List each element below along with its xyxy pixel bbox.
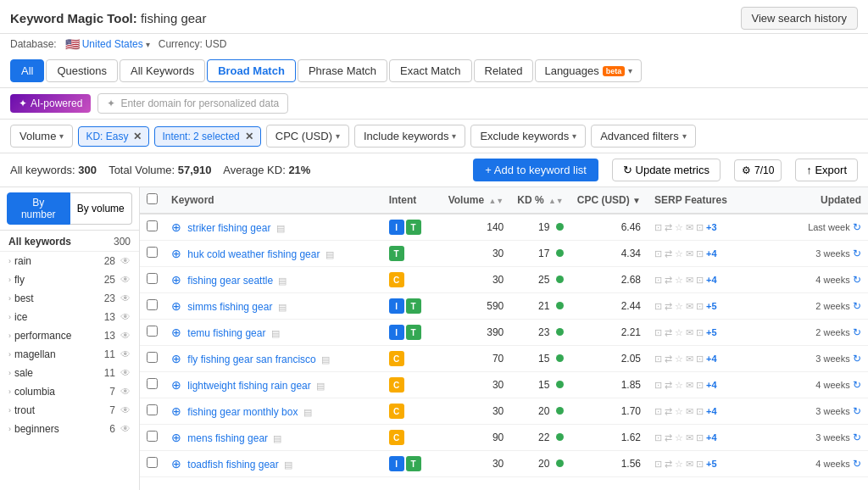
add-keyword-icon[interactable]: ⊕ bbox=[171, 326, 181, 339]
view-history-button[interactable]: View search history bbox=[741, 7, 858, 30]
row-checkbox-cell[interactable] bbox=[140, 398, 164, 425]
keyword-link[interactable]: fly fishing gear san francisco bbox=[187, 354, 315, 365]
eye-icon[interactable]: 👁 bbox=[120, 423, 131, 435]
eye-icon[interactable]: 👁 bbox=[120, 348, 131, 360]
volume-column-header[interactable]: Volume ▲▼ bbox=[442, 187, 511, 214]
keyword-link[interactable]: simms fishing gear bbox=[187, 301, 272, 313]
add-keyword-icon[interactable]: ⊕ bbox=[171, 220, 181, 234]
kd-filter-close[interactable]: ✕ bbox=[133, 131, 142, 142]
row-checkbox-cell[interactable] bbox=[140, 267, 164, 293]
keyword-link[interactable]: huk cold weather fishing gear bbox=[187, 248, 320, 260]
ai-powered-button[interactable]: ✦ AI-powered bbox=[10, 94, 91, 113]
refresh-icon[interactable]: ↻ bbox=[853, 248, 861, 259]
sidebar-item[interactable]: › ice 13 👁 bbox=[0, 308, 139, 326]
update-metrics-button[interactable]: ↻ Update metrics bbox=[612, 159, 721, 181]
refresh-icon[interactable]: ↻ bbox=[853, 221, 861, 233]
sidebar-item[interactable]: › trout 7 👁 bbox=[0, 401, 139, 420]
row-checkbox[interactable] bbox=[147, 273, 158, 284]
add-keyword-icon[interactable]: ⊕ bbox=[171, 352, 181, 365]
row-checkbox[interactable] bbox=[147, 404, 158, 415]
keyword-link[interactable]: fishing gear monthly box bbox=[187, 406, 298, 418]
exclude-keywords-filter[interactable]: Exclude keywords ▾ bbox=[470, 125, 586, 148]
sidebar-item[interactable]: › rain 28 👁 bbox=[0, 252, 139, 270]
eye-icon[interactable]: 👁 bbox=[120, 367, 131, 379]
sidebar-item[interactable]: › fly 25 👁 bbox=[0, 270, 139, 289]
row-checkbox[interactable] bbox=[147, 247, 158, 258]
refresh-icon[interactable]: ↻ bbox=[853, 300, 861, 312]
select-all-checkbox[interactable] bbox=[147, 193, 158, 204]
keyword-link[interactable]: mens fishing gear bbox=[187, 432, 268, 444]
add-to-keyword-list-button[interactable]: + Add to keyword list bbox=[473, 159, 598, 181]
keyword-link[interactable]: lightweight fishing rain gear bbox=[187, 380, 310, 392]
languages-dropdown[interactable]: Languages beta ▾ bbox=[535, 59, 642, 82]
intent-filter-close[interactable]: ✕ bbox=[245, 131, 253, 142]
row-checkbox-cell[interactable] bbox=[140, 451, 164, 477]
by-number-button[interactable]: By number bbox=[7, 192, 70, 225]
volume-filter[interactable]: Volume ▾ bbox=[10, 125, 73, 148]
eye-icon[interactable]: 👁 bbox=[120, 311, 131, 323]
sidebar-item[interactable]: › columbia 7 👁 bbox=[0, 382, 139, 401]
domain-input[interactable]: ✦ Enter domain for personalized data bbox=[97, 93, 288, 114]
keyword-link[interactable]: toadfish fishing gear bbox=[187, 459, 278, 471]
keyword-link[interactable]: fishing gear seattle bbox=[187, 275, 273, 287]
refresh-icon[interactable]: ↻ bbox=[853, 326, 861, 338]
sidebar-item[interactable]: › performance 13 👁 bbox=[0, 326, 139, 345]
tab-broad-match[interactable]: Broad Match bbox=[207, 59, 296, 82]
row-checkbox-cell[interactable] bbox=[140, 346, 164, 372]
add-keyword-icon[interactable]: ⊕ bbox=[171, 247, 181, 260]
sidebar-item[interactable]: › magellan 11 👁 bbox=[0, 345, 139, 364]
refresh-icon[interactable]: ↻ bbox=[853, 405, 861, 417]
refresh-icon[interactable]: ↻ bbox=[853, 353, 861, 365]
row-checkbox[interactable] bbox=[147, 220, 158, 231]
tab-phrase-match[interactable]: Phrase Match bbox=[298, 59, 387, 82]
add-keyword-icon[interactable]: ⊕ bbox=[171, 457, 181, 471]
keyword-link[interactable]: striker fishing gear bbox=[187, 222, 270, 234]
row-checkbox[interactable] bbox=[147, 352, 158, 363]
kd-filter-tag[interactable]: KD: Easy ✕ bbox=[78, 126, 149, 147]
row-checkbox[interactable] bbox=[147, 378, 158, 389]
sidebar-item[interactable]: › sale 11 👁 bbox=[0, 364, 139, 382]
tab-exact-match[interactable]: Exact Match bbox=[389, 59, 472, 82]
row-checkbox-cell[interactable] bbox=[140, 293, 164, 320]
keyword-link[interactable]: temu fishing gear bbox=[187, 327, 265, 339]
eye-icon[interactable]: 👁 bbox=[120, 386, 131, 398]
tab-all[interactable]: All bbox=[10, 59, 44, 82]
refresh-icon[interactable]: ↻ bbox=[853, 458, 861, 470]
add-keyword-icon[interactable]: ⊕ bbox=[171, 404, 181, 418]
advanced-filters[interactable]: Advanced filters ▾ bbox=[591, 125, 696, 148]
row-checkbox-cell[interactable] bbox=[140, 214, 164, 241]
select-all-header[interactable] bbox=[140, 187, 164, 214]
sidebar-item[interactable]: › beginners 6 👁 bbox=[0, 420, 139, 438]
refresh-icon[interactable]: ↻ bbox=[853, 432, 861, 443]
columns-settings-button[interactable]: ⚙ 7/10 bbox=[734, 159, 782, 181]
intent-filter-tag[interactable]: Intent: 2 selected ✕ bbox=[154, 126, 260, 147]
add-keyword-icon[interactable]: ⊕ bbox=[171, 378, 181, 392]
eye-icon[interactable]: 👁 bbox=[120, 330, 131, 342]
add-keyword-icon[interactable]: ⊕ bbox=[171, 431, 181, 444]
row-checkbox[interactable] bbox=[147, 299, 158, 310]
include-keywords-filter[interactable]: Include keywords ▾ bbox=[354, 125, 465, 148]
eye-icon[interactable]: 👁 bbox=[120, 274, 131, 286]
row-checkbox-cell[interactable] bbox=[140, 241, 164, 267]
tab-related[interactable]: Related bbox=[474, 59, 534, 82]
cpc-column-header[interactable]: CPC (USD) ▼ bbox=[570, 187, 648, 214]
refresh-icon[interactable]: ↻ bbox=[853, 379, 861, 391]
row-checkbox[interactable] bbox=[147, 457, 158, 468]
tab-questions[interactable]: Questions bbox=[46, 59, 118, 82]
eye-icon[interactable]: 👁 bbox=[120, 404, 131, 416]
row-checkbox-cell[interactable] bbox=[140, 372, 164, 398]
add-keyword-icon[interactable]: ⊕ bbox=[171, 299, 181, 313]
row-checkbox-cell[interactable] bbox=[140, 320, 164, 346]
refresh-icon[interactable]: ↻ bbox=[853, 274, 861, 286]
tab-all-keywords[interactable]: All Keywords bbox=[120, 59, 205, 82]
sidebar-item[interactable]: › best 23 👁 bbox=[0, 289, 139, 308]
export-button[interactable]: ↑ Export bbox=[795, 159, 858, 181]
eye-icon[interactable]: 👁 bbox=[120, 292, 131, 304]
row-checkbox[interactable] bbox=[147, 431, 158, 442]
by-volume-button[interactable]: By volume bbox=[70, 192, 133, 225]
row-checkbox[interactable] bbox=[147, 326, 158, 337]
row-checkbox-cell[interactable] bbox=[140, 425, 164, 451]
cpc-filter[interactable]: CPC (USD) ▾ bbox=[266, 125, 349, 148]
eye-icon[interactable]: 👁 bbox=[120, 255, 131, 267]
add-keyword-icon[interactable]: ⊕ bbox=[171, 273, 181, 287]
